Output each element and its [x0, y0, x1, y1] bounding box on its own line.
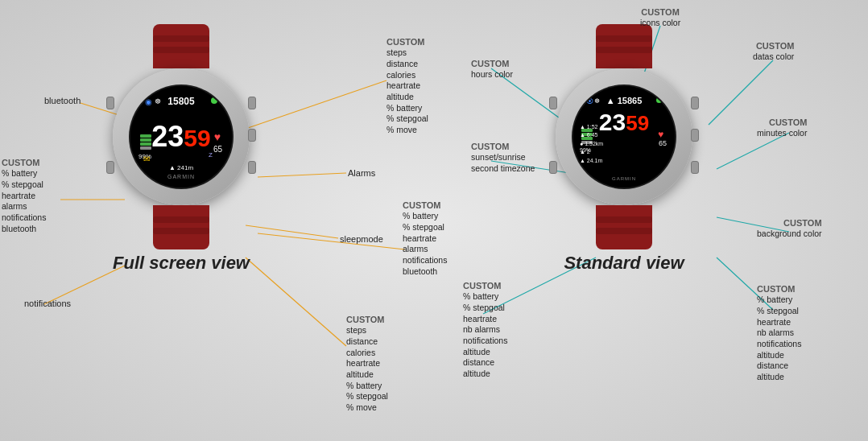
main-container: ◉ ☸ 15805 99%: [0, 0, 868, 441]
datas-color-label: datas color: [753, 52, 794, 63]
ann-custom-bot-std-left: CUSTOM % battery% stepgoalheartratenb al…: [463, 280, 507, 379]
custom-hours-label: CUSTOM: [471, 58, 513, 69]
ann-custom-minutes: CUSTOM minutes color: [757, 117, 807, 139]
notifications-label-left: notifications: [24, 299, 71, 308]
hr-value-right: 65: [659, 139, 667, 147]
band-top-right: [596, 24, 652, 68]
seconds-right: 59: [626, 111, 649, 136]
custom-icons-label: CUSTOM: [640, 6, 680, 18]
btn-left-bot-right[interactable]: [549, 161, 557, 174]
ann-custom-sunset: CUSTOM sunset/sunrisesecond timezone: [471, 141, 535, 175]
btn-right-mid-left[interactable]: [248, 129, 256, 142]
custom-list-left: % battery% stepgoalheartratealarmsnotifi…: [2, 168, 46, 234]
data-row-5: ▲ 24.1m: [580, 157, 603, 166]
custom-mid-label: CUSTOM: [403, 200, 447, 211]
time-display-left: 23 59: [151, 122, 210, 151]
sleepmode-label-left: sleepmode: [340, 234, 383, 244]
watch-right-group: ⦿ ☸ ▲ 15865 23 59: [556, 24, 692, 274]
right-watch-title: Standard view: [564, 253, 684, 274]
hours-color-label: hours color: [471, 69, 513, 80]
garmin-label-left: GARMIN: [167, 174, 195, 179]
custom-bot-std-left-label: CUSTOM: [463, 280, 507, 291]
custom-top-list: stepsdistancecaloriesheartratealtitude% …: [386, 47, 428, 135]
custom-bot-std-right-label: CUSTOM: [757, 283, 801, 295]
bluetooth-icon-right: ⦿: [586, 97, 593, 105]
btn-left-bot-left[interactable]: [106, 161, 114, 174]
battery-bar-left: [140, 134, 151, 150]
btn-left-top-left[interactable]: [106, 97, 114, 109]
svg-line-7: [246, 258, 346, 346]
ann-custom-icons: CUSTOM icons color: [640, 6, 680, 29]
band-top-left: [153, 24, 209, 68]
custom-bot-std-left-list: % battery% stepgoalheartratenb alarmsnot…: [463, 291, 507, 379]
data-row-3: ● 1.52km: [580, 140, 603, 149]
green-dot-right: [656, 97, 662, 103]
custom-mid-list: % battery% stepgoalheartratealarmsnotifi…: [403, 211, 447, 277]
ann-custom-background: CUSTOM background color: [757, 217, 822, 240]
custom-sunset-label: CUSTOM: [471, 141, 535, 152]
watch-case-left: ◉ ☸ 15805 99%: [113, 68, 250, 205]
hours-left: 23: [151, 122, 184, 151]
background-color-label: background color: [757, 229, 822, 240]
watch-left-group: ◉ ☸ 15805 99%: [113, 24, 250, 274]
alarms-label-left: Alarms: [348, 168, 375, 178]
data-rows-right: ▲ 1:52 ▲ 6:45 ● 1.52km ▲ 2 ▲ 24.1m: [580, 123, 603, 166]
btn-right-top-right[interactable]: [691, 97, 699, 109]
custom-bot-std-right-list: % battery% stepgoalheartratenb alarmsnot…: [757, 295, 801, 382]
custom-minutes-label: CUSTOM: [757, 117, 807, 128]
ann-bluetooth-left: bluetooth: [44, 95, 81, 106]
watch-case-right: ⦿ ☸ ▲ 15865 23 59: [556, 68, 692, 205]
ann-custom-datas: CUSTOM datas color: [753, 40, 794, 63]
btn-right-bot-left[interactable]: [248, 161, 256, 174]
hr-value-left: 65: [213, 145, 222, 154]
ann-alarms-left: Alarms: [348, 167, 375, 179]
btn-right-top-left[interactable]: [248, 97, 256, 109]
svg-line-2: [246, 80, 386, 129]
custom-bot-list: stepsdistancecaloriesheartratealtitude% …: [346, 325, 388, 413]
steps-display-left: 15805: [167, 96, 194, 107]
custom-label-left: CUSTOM: [2, 157, 46, 168]
watch-face-full: ◉ ☸ 15805 99%: [130, 86, 232, 188]
watch-face-std: ⦿ ☸ ▲ 15865 23 59: [573, 86, 675, 188]
data-row-1: ▲ 1:52: [580, 123, 603, 132]
custom-bot-label: CUSTOM: [346, 314, 388, 325]
bluetooth-icon-left: ◉: [145, 97, 152, 106]
ann-notifications-left: notifications: [24, 298, 71, 309]
data-row-4: ▲ 2: [580, 148, 603, 157]
butterfly-icon-left: ☸: [155, 97, 161, 105]
bluetooth-label-left: bluetooth: [44, 96, 81, 105]
butterfly-icon-right: ☸: [594, 97, 600, 105]
altitude-left: ▲ 241m: [169, 164, 193, 171]
sunset-label: sunset/sunrisesecond timezone: [471, 152, 535, 174]
seconds-left: 59: [184, 126, 210, 150]
custom-top-label: CUSTOM: [386, 36, 428, 47]
svg-line-10: [709, 60, 773, 125]
watch-screen-left: ◉ ☸ 15805 99%: [129, 84, 234, 189]
left-watch-title: Full screen view: [113, 253, 250, 274]
icons-color-label: icons color: [640, 18, 680, 29]
envelope-icon-left: ✉: [143, 155, 150, 163]
ann-custom-bot-std-right: CUSTOM % battery% stepgoalheartratenb al…: [757, 283, 801, 382]
btn-right-bot-right[interactable]: [691, 161, 699, 174]
btn-left-top-right[interactable]: [549, 97, 557, 109]
ann-custom-left: CUSTOM % battery% stepgoalheartratealarm…: [2, 157, 46, 234]
btn-right-mid-right[interactable]: [691, 129, 699, 142]
custom-datas-label: CUSTOM: [753, 40, 794, 52]
custom-background-label: CUSTOM: [757, 217, 822, 229]
band-bottom-left: [153, 205, 209, 249]
svg-line-4: [246, 225, 338, 238]
svg-line-3: [258, 173, 346, 177]
ann-custom-top-left: CUSTOM stepsdistancecaloriesheartratealt…: [386, 36, 428, 135]
steps-display-right: ▲ 15865: [606, 96, 643, 105]
ann-custom-mid-left: CUSTOM % battery% stepgoalheartratealarm…: [403, 200, 447, 277]
minutes-color-label: minutes color: [757, 128, 807, 139]
watch-screen-right: ⦿ ☸ ▲ 15865 23 59: [572, 84, 676, 189]
band-bottom-right: [596, 205, 652, 249]
green-dot-left: [211, 97, 217, 104]
sleep-icon-left: Z: [209, 151, 213, 159]
data-row-2: ▲ 6:45: [580, 131, 603, 140]
ann-sleepmode-left: sleepmode: [340, 233, 383, 245]
ann-custom-bot-left: CUSTOM stepsdistancecaloriesheartratealt…: [346, 314, 388, 413]
time-display-right: 23 59: [599, 109, 649, 136]
ann-custom-hours: CUSTOM hours color: [471, 58, 513, 80]
